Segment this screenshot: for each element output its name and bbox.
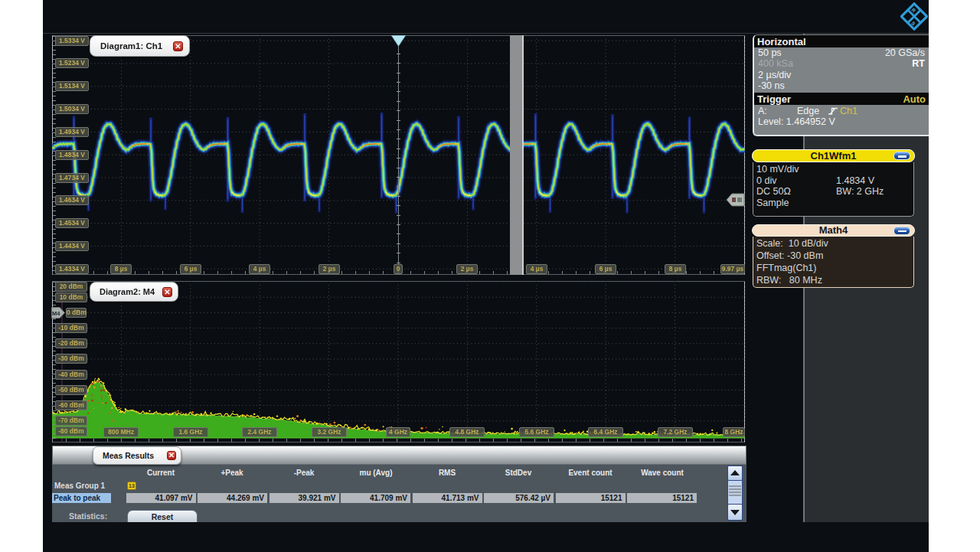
svg-text:M4: M4 xyxy=(52,310,60,317)
